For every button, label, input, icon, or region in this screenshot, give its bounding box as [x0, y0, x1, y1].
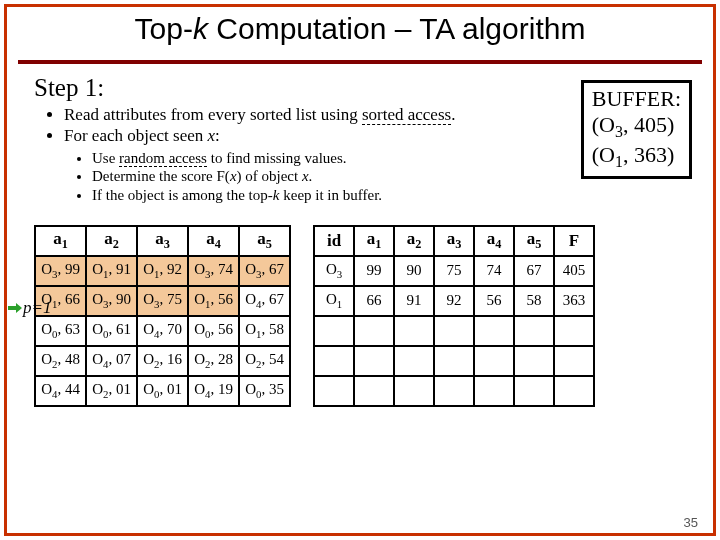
buffer-entry-1: (O3, 405): [592, 112, 681, 142]
buffer-entry-2: (O1, 363): [592, 142, 681, 172]
buffer-box: BUFFER: (O3, 405) (O1, 363): [581, 80, 692, 179]
sub-bullet-3: If the object is among the top-k keep it…: [92, 186, 690, 205]
page-number: 35: [684, 515, 698, 530]
buffer-title: BUFFER:: [592, 86, 681, 112]
arrow-right-icon: [8, 303, 22, 313]
p-marker: p=1: [8, 298, 51, 318]
